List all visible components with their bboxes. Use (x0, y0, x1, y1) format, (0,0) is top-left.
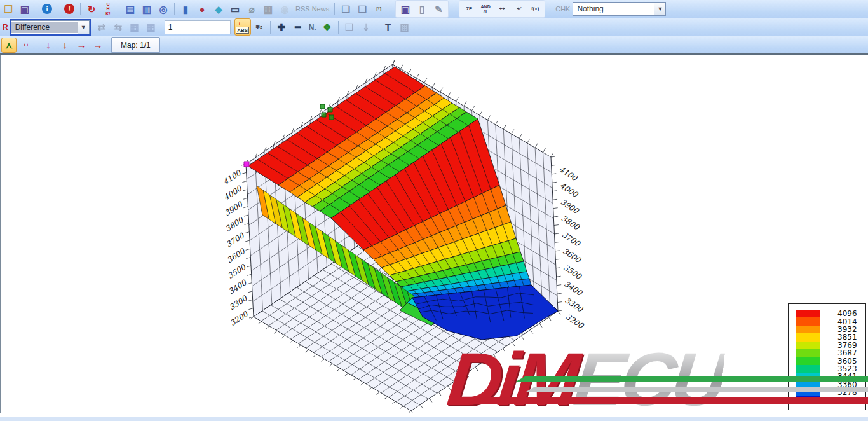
svg-text:3900: 3900 (223, 199, 245, 217)
legend-row: 3687 (796, 349, 859, 357)
separator (270, 21, 271, 34)
chk-dropdown[interactable]: Nothing▼ (573, 2, 666, 16)
n-label: N. (309, 23, 316, 32)
error-icon[interactable]: ! (62, 2, 76, 16)
text-view-icon[interactable]: T (381, 20, 395, 34)
paste-icon[interactable]: ⇓ (359, 20, 373, 34)
green-cell-marker (322, 113, 326, 117)
support-gem-icon[interactable]: ◆ (212, 2, 226, 16)
legend-swatch (796, 333, 820, 341)
green-cell-marker (328, 107, 332, 112)
view-mode-dropdown[interactable]: Difference▼ (11, 20, 90, 34)
r-label: R (3, 23, 8, 32)
chk-dropdown-value: Nothing (573, 3, 654, 15)
legend-swatch (796, 396, 820, 404)
report-table-icon[interactable]: ▤ (123, 2, 137, 16)
mode-and-7f-icon[interactable]: AND 7F (478, 2, 492, 16)
device-read-icon[interactable]: ❏ (355, 2, 369, 16)
legend-row: 3278 (796, 389, 859, 396)
separator (174, 3, 175, 15)
remote-session-icon[interactable]: ▭ (228, 2, 242, 16)
web-globe-icon[interactable]: ● (195, 2, 209, 16)
compare-maps-icon[interactable]: ⇄ (95, 20, 109, 34)
status-strip (0, 417, 868, 421)
decrease-icon[interactable]: ━ (291, 20, 305, 34)
compare-maps-alt-icon[interactable]: ⇆ (111, 20, 125, 34)
separator (36, 3, 36, 15)
axis-plus-minus-icon[interactable]: ±± (19, 38, 33, 52)
surface-3d-plot[interactable]: 4100410040004000390039003800380037003700… (1, 55, 868, 413)
original-colors-icon[interactable]: ❖ (320, 20, 334, 34)
legend-row: 3360 (796, 381, 859, 389)
mode-7f-icon[interactable]: 7F (462, 2, 476, 16)
save-project-icon[interactable]: ▣ (398, 2, 412, 16)
value-input[interactable] (165, 20, 231, 34)
legend-row: 3196 (796, 396, 859, 404)
rotate-down-icon[interactable]: ↓ (41, 38, 55, 52)
legend-swatch (796, 357, 820, 364)
info-icon[interactable]: i (40, 2, 54, 16)
device-warning-icon[interactable]: [!] (372, 2, 386, 16)
separator (58, 3, 58, 15)
svg-text:3400: 3400 (562, 279, 584, 298)
view-3d-axis-icon[interactable]: ⋏ (1, 38, 17, 53)
svg-text:4000: 4000 (558, 181, 580, 200)
legend-row: 3523 (796, 365, 859, 373)
svg-text:3500: 3500 (226, 262, 248, 280)
svg-text:3600: 3600 (226, 246, 247, 265)
legend-row: 4096 (796, 310, 859, 317)
save-file-icon[interactable]: ▣ (18, 2, 32, 16)
abs-toggle-button[interactable]: + −ABS (234, 18, 251, 36)
separator (338, 21, 339, 34)
device-write-icon[interactable]: ❏ (339, 2, 353, 16)
separator (119, 3, 119, 15)
svg-text:3600: 3600 (561, 247, 583, 265)
table-next-icon[interactable]: ▦ (144, 20, 158, 34)
rss-icon[interactable]: ◉ (278, 2, 292, 16)
checksum-search-icon[interactable]: ◎ (156, 2, 170, 16)
separator (334, 3, 335, 15)
open-file-icon[interactable]: ❐ (1, 2, 15, 16)
legend-row: 3605 (796, 357, 859, 364)
manual-book-icon[interactable]: ▮ (179, 2, 193, 16)
rotate-right-icon[interactable]: → (74, 38, 88, 52)
legend-row: 4014 (796, 317, 859, 325)
svg-text:3700: 3700 (560, 230, 582, 249)
project-edit-icon[interactable]: ✎ (431, 2, 445, 16)
connect-plug-icon[interactable]: ⌀ (245, 2, 259, 16)
svg-text:3500: 3500 (562, 263, 583, 281)
increase-icon[interactable]: ✚ (275, 20, 288, 34)
view-toolbar: ⋏±±↓↓→→Map: 1/1 (0, 36, 868, 53)
dimsport-race-app-window: ❐▣i!↻C H K!▤▥◎▮●◆▭⌀▦◉RSS News❏❏[!]▣▯✎7FA… (0, 0, 868, 421)
svg-text:3200: 3200 (564, 312, 585, 331)
scale-z-icon[interactable]: ✱z (252, 20, 266, 34)
copy-icon[interactable]: ❏ (342, 20, 356, 34)
report-doc-icon[interactable]: ▥ (140, 2, 154, 16)
svg-text:3200: 3200 (228, 309, 250, 328)
rotate-right-alt-icon[interactable]: → (91, 38, 105, 52)
chevron-down-icon[interactable]: ▼ (78, 21, 89, 34)
legend-swatch (796, 373, 820, 380)
map-tab[interactable]: Map: 1/1 (111, 37, 160, 53)
chevron-down-icon[interactable]: ▼ (654, 3, 665, 15)
plus-minus-lines-icon[interactable]: ±± (495, 2, 509, 16)
chk-label: CHK (555, 5, 570, 13)
toolbar-group: 7FAND 7F±±±⁄f(x) (459, 0, 545, 18)
svg-text:3800: 3800 (224, 215, 245, 233)
plus-minus-slash-icon[interactable]: ±⁄ (512, 2, 526, 16)
function-icon[interactable]: f(x) (528, 2, 542, 16)
project-blank-icon[interactable]: ▯ (415, 2, 429, 16)
chip-icon[interactable]: ▦ (261, 2, 275, 16)
svg-text:4100: 4100 (221, 168, 243, 186)
map-3d-view[interactable]: 4100410040004000390039003800380037003700… (0, 55, 868, 413)
checksum-refresh-icon[interactable]: ↻ (85, 2, 98, 16)
rotate-down-alt-icon[interactable]: ↓ (58, 38, 72, 52)
checksum-warning-icon[interactable]: C H K! (101, 2, 115, 16)
image-view-icon[interactable]: ▨ (398, 20, 412, 34)
table-prev-icon[interactable]: ▦ (128, 20, 142, 34)
separator (80, 3, 81, 15)
legend-row: 3851 (796, 333, 859, 341)
view-mode-dropdown-value: Difference (11, 22, 78, 33)
edit-toolbar: RDifference▼⇄⇆▦▦+ −ABS✱z✚━N.❖❏⇓T▨ (0, 18, 868, 37)
green-cell-marker (329, 115, 334, 120)
